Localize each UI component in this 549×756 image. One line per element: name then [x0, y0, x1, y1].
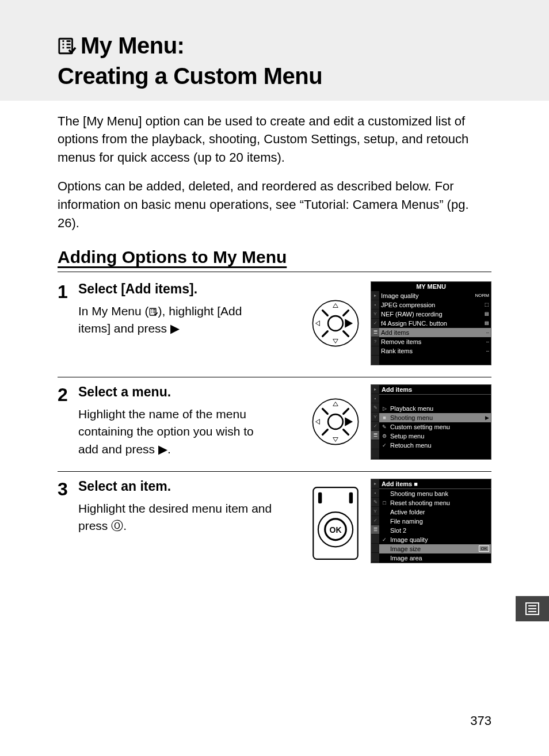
lcd-menu-item: Image area: [379, 553, 491, 563]
lcd-tab-column: ▸•✎Y✓☰: [371, 385, 379, 459]
svg-text:OK: OK: [330, 525, 342, 534]
page-number: 373: [470, 713, 491, 728]
svg-rect-15: [318, 492, 322, 503]
multi-selector-right-icon: [311, 397, 360, 446]
step-3: 3 Select an item. Highlight the desired …: [58, 472, 491, 575]
intro-paragraph-2: Options can be added, deleted, and reord…: [58, 177, 491, 232]
lcd-menu-item: ⚙Setup menu: [379, 432, 491, 441]
title-line-1: My Menu:: [81, 33, 184, 58]
multi-selector-right-icon: [311, 299, 360, 348]
lcd-menu-item: NEF (RAW) recording▤: [379, 310, 491, 319]
lcd-menu-item: Rank items--: [379, 346, 491, 356]
step-description: In My Menu (), highlight [Add items] and…: [78, 303, 274, 338]
step-title: Select an item.: [78, 479, 274, 494]
page-title: My Menu: Creating a Custom Menu: [58, 32, 549, 90]
lcd-menu-item: Shooting menu bank: [379, 489, 491, 498]
lcd-menu-item: Remove items--: [379, 337, 491, 346]
step-1: 1 Select [Add items]. In My Menu (), hig…: [58, 274, 491, 377]
lcd-menu-item: File naming: [379, 517, 491, 526]
lcd-menu-item: ✓Retouch menu: [379, 441, 491, 450]
lcd-menu-item: Active folder: [379, 507, 491, 517]
lcd-title: Add items: [379, 385, 491, 395]
lcd-menu-item: ✓Image quality: [379, 535, 491, 544]
lcd-menu-item: Image sizeOK: [379, 544, 491, 553]
lcd-menu-item: Image qualityNORM: [379, 291, 491, 300]
step-number: 3: [58, 479, 71, 498]
svg-point-3: [328, 316, 343, 331]
lcd-screenshot-add-items: ▸•✎Y✓☰ Add items ▷Playback menu■Shooting…: [371, 384, 491, 460]
lcd-menu-item: ■Shooting menu▶: [379, 413, 491, 422]
section-tab-icon: [516, 596, 549, 621]
lcd-tab-column: ▸•Y✓☰?: [371, 291, 379, 365]
svg-point-9: [328, 415, 343, 430]
lcd-tab-column: ▸•✎Y✓☰: [371, 479, 379, 563]
lcd-menu-item: f4 Assign FUNC. button▤: [379, 319, 491, 328]
intro-paragraph-1: The [My Menu] option can be used to crea…: [58, 112, 491, 167]
step-description: Highlight the name of the menu containin…: [78, 406, 274, 458]
lcd-menu-item: Slot 2: [379, 526, 491, 535]
mymenu-icon-inline: [149, 306, 158, 318]
lcd-screenshot-mymenu: MY MENU ▸•Y✓☰? Image qualityNORMJPEG com…: [371, 281, 491, 365]
page-header: My Menu: Creating a Custom Menu: [0, 0, 549, 101]
lcd-screenshot-shooting-items: ▸•✎Y✓☰ Add items ■ Shooting menu bank□Re…: [371, 479, 491, 563]
lcd-menu-item: Add items--: [379, 328, 491, 337]
lcd-menu-item: ✎Custom setting menu: [379, 422, 491, 432]
step-description: Highlight the desired menu item and pres…: [78, 500, 274, 535]
lcd-menu-item: □Reset shooting menu: [379, 498, 491, 507]
step-2: 2 Select a menu. Highlight the name of t…: [58, 377, 491, 472]
lcd-title: MY MENU: [371, 282, 491, 291]
lcd-title: Add items ■: [379, 479, 491, 489]
step-number: 1: [58, 281, 71, 301]
section-heading: Adding Options to My Menu: [58, 247, 491, 272]
step-number: 2: [58, 384, 71, 404]
lcd-menu-item: ▷Playback menu: [379, 404, 491, 413]
title-line-2: Creating a Custom Menu: [58, 63, 322, 89]
mymenu-icon: [58, 34, 77, 62]
ok-button-icon: OK: [311, 486, 360, 555]
svg-rect-16: [349, 492, 353, 503]
lcd-menu-item: JPEG compression⬚: [379, 300, 491, 310]
step-title: Select [Add items].: [78, 281, 274, 297]
step-title: Select a menu.: [78, 384, 274, 400]
